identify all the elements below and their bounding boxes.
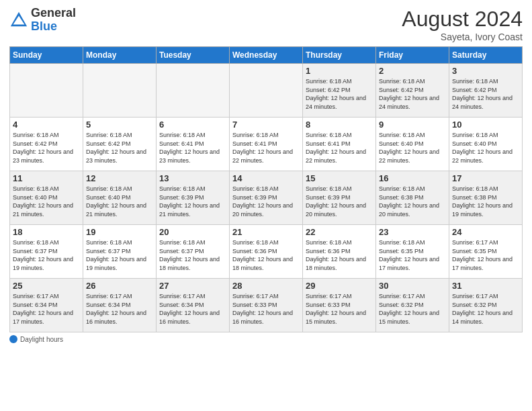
day-info: Sunrise: 6:18 AMSunset: 6:36 PMDaylight:… (306, 238, 373, 272)
day-info: Sunrise: 6:17 AMSunset: 6:34 PMDaylight:… (159, 292, 226, 326)
day-number: 7 (232, 120, 300, 130)
day-info: Sunrise: 6:17 AMSunset: 6:34 PMDaylight:… (86, 292, 153, 326)
day-number: 30 (379, 281, 446, 291)
calendar-cell: 28Sunrise: 6:17 AMSunset: 6:33 PMDayligh… (230, 279, 303, 332)
day-number: 8 (306, 120, 373, 130)
day-info: Sunrise: 6:18 AMSunset: 6:42 PMDaylight:… (452, 77, 519, 111)
day-number: 23 (379, 227, 446, 237)
footer: Daylight hours (9, 335, 523, 343)
calendar-cell (83, 64, 157, 118)
logo-text: General Blue (31, 7, 76, 34)
month-year: August 2024 (402, 7, 523, 32)
calendar-header-row: Sunday Monday Tuesday Wednesday Thursday… (10, 47, 523, 64)
footer-label: Daylight hours (20, 336, 63, 343)
day-number: 17 (452, 173, 519, 183)
header: General Blue August 2024 Sayeta, Ivory C… (9, 7, 523, 42)
day-info: Sunrise: 6:17 AMSunset: 6:34 PMDaylight:… (13, 292, 80, 326)
day-info: Sunrise: 6:18 AMSunset: 6:37 PMDaylight:… (159, 238, 226, 272)
day-info: Sunrise: 6:18 AMSunset: 6:37 PMDaylight:… (13, 238, 80, 272)
page-container: General Blue August 2024 Sayeta, Ivory C… (0, 0, 532, 411)
day-number: 2 (379, 66, 446, 76)
logo-blue: Blue (31, 19, 57, 33)
day-number: 12 (86, 173, 153, 183)
day-info: Sunrise: 6:18 AMSunset: 6:42 PMDaylight:… (13, 131, 80, 165)
day-info: Sunrise: 6:18 AMSunset: 6:40 PMDaylight:… (86, 185, 153, 218)
col-thursday: Thursday (303, 47, 376, 64)
calendar-cell: 7Sunrise: 6:18 AMSunset: 6:41 PMDaylight… (230, 118, 303, 171)
calendar-cell: 30Sunrise: 6:17 AMSunset: 6:32 PMDayligh… (376, 279, 449, 332)
calendar-cell: 22Sunrise: 6:18 AMSunset: 6:36 PMDayligh… (303, 225, 376, 279)
col-saturday: Saturday (449, 47, 523, 64)
calendar-cell: 17Sunrise: 6:18 AMSunset: 6:38 PMDayligh… (449, 171, 523, 225)
calendar-cell: 10Sunrise: 6:18 AMSunset: 6:40 PMDayligh… (449, 118, 523, 171)
calendar-cell (10, 64, 83, 118)
day-info: Sunrise: 6:18 AMSunset: 6:40 PMDaylight:… (452, 131, 519, 165)
calendar-cell: 13Sunrise: 6:18 AMSunset: 6:39 PMDayligh… (157, 171, 230, 225)
col-wednesday: Wednesday (230, 47, 303, 64)
day-number: 29 (306, 281, 373, 291)
day-info: Sunrise: 6:18 AMSunset: 6:42 PMDaylight:… (379, 77, 446, 111)
col-sunday: Sunday (10, 47, 83, 64)
calendar-cell: 19Sunrise: 6:18 AMSunset: 6:37 PMDayligh… (83, 225, 157, 279)
calendar-cell: 2Sunrise: 6:18 AMSunset: 6:42 PMDaylight… (376, 64, 449, 118)
day-number: 9 (379, 120, 446, 130)
calendar-cell: 14Sunrise: 6:18 AMSunset: 6:39 PMDayligh… (230, 171, 303, 225)
calendar-week-4: 25Sunrise: 6:17 AMSunset: 6:34 PMDayligh… (10, 279, 523, 332)
day-number: 31 (452, 281, 519, 291)
day-number: 11 (13, 173, 80, 183)
day-number: 10 (452, 120, 519, 130)
day-info: Sunrise: 6:17 AMSunset: 6:33 PMDaylight:… (306, 292, 373, 326)
calendar-cell: 15Sunrise: 6:18 AMSunset: 6:39 PMDayligh… (303, 171, 376, 225)
calendar-week-1: 4Sunrise: 6:18 AMSunset: 6:42 PMDaylight… (10, 118, 523, 171)
title-block: August 2024 Sayeta, Ivory Coast (402, 7, 523, 42)
day-info: Sunrise: 6:17 AMSunset: 6:32 PMDaylight:… (452, 292, 519, 326)
location: Sayeta, Ivory Coast (402, 32, 523, 42)
day-number: 24 (452, 227, 519, 237)
logo-general: General (31, 6, 76, 19)
day-number: 19 (86, 227, 153, 237)
day-number: 13 (159, 173, 226, 183)
day-info: Sunrise: 6:18 AMSunset: 6:35 PMDaylight:… (379, 238, 446, 272)
calendar-week-3: 18Sunrise: 6:18 AMSunset: 6:37 PMDayligh… (10, 225, 523, 279)
calendar-cell: 18Sunrise: 6:18 AMSunset: 6:37 PMDayligh… (10, 225, 83, 279)
day-number: 5 (86, 120, 153, 130)
calendar-cell: 12Sunrise: 6:18 AMSunset: 6:40 PMDayligh… (83, 171, 157, 225)
day-number: 18 (13, 227, 80, 237)
day-info: Sunrise: 6:18 AMSunset: 6:42 PMDaylight:… (86, 131, 153, 165)
day-info: Sunrise: 6:18 AMSunset: 6:41 PMDaylight:… (306, 131, 373, 165)
calendar-cell: 25Sunrise: 6:17 AMSunset: 6:34 PMDayligh… (10, 279, 83, 332)
day-info: Sunrise: 6:18 AMSunset: 6:40 PMDaylight:… (13, 185, 80, 218)
day-number: 20 (159, 227, 226, 237)
calendar-cell: 5Sunrise: 6:18 AMSunset: 6:42 PMDaylight… (83, 118, 157, 171)
day-number: 27 (159, 281, 226, 291)
day-info: Sunrise: 6:17 AMSunset: 6:33 PMDaylight:… (232, 292, 300, 326)
day-info: Sunrise: 6:18 AMSunset: 6:41 PMDaylight:… (232, 131, 300, 165)
day-info: Sunrise: 6:18 AMSunset: 6:38 PMDaylight:… (452, 185, 519, 218)
day-info: Sunrise: 6:18 AMSunset: 6:39 PMDaylight:… (306, 185, 373, 218)
day-number: 28 (232, 281, 300, 291)
day-info: Sunrise: 6:17 AMSunset: 6:35 PMDaylight:… (452, 238, 519, 272)
day-info: Sunrise: 6:18 AMSunset: 6:40 PMDaylight:… (379, 131, 446, 165)
calendar-cell (157, 64, 230, 118)
calendar-cell (230, 64, 303, 118)
calendar-cell: 20Sunrise: 6:18 AMSunset: 6:37 PMDayligh… (157, 225, 230, 279)
calendar-cell: 3Sunrise: 6:18 AMSunset: 6:42 PMDaylight… (449, 64, 523, 118)
day-info: Sunrise: 6:18 AMSunset: 6:36 PMDaylight:… (232, 238, 300, 272)
day-number: 22 (306, 227, 373, 237)
day-info: Sunrise: 6:18 AMSunset: 6:37 PMDaylight:… (86, 238, 153, 272)
calendar-cell: 24Sunrise: 6:17 AMSunset: 6:35 PMDayligh… (449, 225, 523, 279)
calendar-cell: 11Sunrise: 6:18 AMSunset: 6:40 PMDayligh… (10, 171, 83, 225)
calendar-cell: 4Sunrise: 6:18 AMSunset: 6:42 PMDaylight… (10, 118, 83, 171)
day-number: 1 (306, 66, 373, 76)
calendar-cell: 29Sunrise: 6:17 AMSunset: 6:33 PMDayligh… (303, 279, 376, 332)
day-number: 26 (86, 281, 153, 291)
day-info: Sunrise: 6:18 AMSunset: 6:41 PMDaylight:… (159, 131, 226, 165)
calendar-cell: 16Sunrise: 6:18 AMSunset: 6:38 PMDayligh… (376, 171, 449, 225)
col-tuesday: Tuesday (157, 47, 230, 64)
day-info: Sunrise: 6:18 AMSunset: 6:39 PMDaylight:… (232, 185, 300, 218)
day-number: 15 (306, 173, 373, 183)
day-info: Sunrise: 6:17 AMSunset: 6:32 PMDaylight:… (379, 292, 446, 326)
calendar-cell: 8Sunrise: 6:18 AMSunset: 6:41 PMDaylight… (303, 118, 376, 171)
calendar-cell: 31Sunrise: 6:17 AMSunset: 6:32 PMDayligh… (449, 279, 523, 332)
calendar-cell: 26Sunrise: 6:17 AMSunset: 6:34 PMDayligh… (83, 279, 157, 332)
